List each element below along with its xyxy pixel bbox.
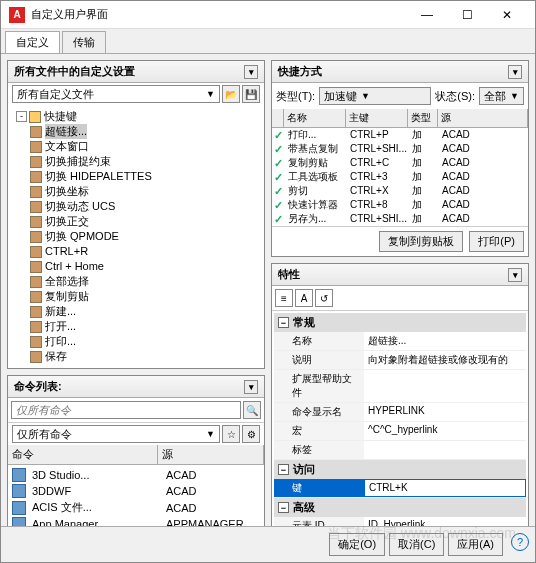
copy-clipboard-button[interactable]: 复制到剪贴板 — [379, 231, 463, 252]
close-button[interactable]: ✕ — [487, 1, 527, 29]
tree-item[interactable]: 切换 HIDEPALETTES — [12, 169, 260, 184]
command-icon — [30, 141, 42, 153]
shortcut-row[interactable]: ✓快速计算器CTRL+8加ACAD — [272, 198, 528, 212]
tree-item[interactable]: 全部选择 — [12, 274, 260, 289]
list-item[interactable]: 3DDWFACAD — [10, 483, 262, 499]
panel-collapse-button[interactable]: ▾ — [508, 268, 522, 282]
property-value[interactable]: 向对象附着超链接或修改现有的 — [364, 351, 526, 369]
tree-item[interactable]: Ctrl + Home — [12, 259, 260, 274]
type-dropdown[interactable]: 加速键▼ — [319, 87, 431, 105]
customization-file-dropdown[interactable]: 所有自定义文件 ▼ — [12, 85, 220, 103]
property-row[interactable]: 标签 — [274, 441, 526, 460]
minimize-button[interactable]: — — [407, 1, 447, 29]
command-icon — [30, 306, 42, 318]
col-name[interactable]: 名称 — [284, 109, 346, 127]
shortcut-row[interactable]: ✓复制剪贴CTRL+C加ACAD — [272, 156, 528, 170]
property-key: 扩展型帮助文件 — [274, 370, 364, 402]
property-row[interactable]: 扩展型帮助文件 — [274, 370, 526, 403]
tree-item[interactable]: 切换动态 UCS — [12, 199, 260, 214]
shortcut-row[interactable]: ✓带基点复制CTRL+SHI...加ACAD — [272, 142, 528, 156]
check-icon: ✓ — [274, 156, 286, 170]
tree-item[interactable]: 超链接... — [12, 124, 260, 139]
tree-item[interactable]: 保存 — [12, 349, 260, 364]
cancel-button[interactable]: 取消(C) — [389, 533, 444, 556]
tree-item[interactable]: 切换坐标 — [12, 184, 260, 199]
property-row[interactable]: 元素 IDID_Hyperlink — [274, 517, 526, 526]
tree-label: 切换捕捉约束 — [45, 154, 111, 169]
tree-item[interactable]: 复制剪贴 — [12, 289, 260, 304]
maximize-button[interactable]: ☐ — [447, 1, 487, 29]
property-value[interactable] — [364, 441, 526, 459]
search-icon[interactable]: 🔍 — [243, 401, 261, 419]
command-icon — [12, 501, 26, 515]
tree-item[interactable]: 新建... — [12, 304, 260, 319]
help-icon[interactable]: ? — [511, 533, 529, 551]
panel-collapse-button[interactable]: ▾ — [244, 65, 258, 79]
command-icon — [12, 517, 26, 526]
apply-button[interactable]: 应用(A) — [448, 533, 503, 556]
tree-label: 打印... — [45, 334, 76, 349]
property-row[interactable]: 命令显示名HYPERLINK — [274, 403, 526, 422]
panel-title-shortcuts: 快捷方式 — [278, 64, 322, 79]
property-key: 标签 — [274, 441, 364, 459]
tree-item[interactable]: 切换正交 — [12, 214, 260, 229]
property-value[interactable]: ID_Hyperlink — [364, 517, 526, 526]
shortcut-row[interactable]: ✓打印...CTRL+P加ACAD — [272, 128, 528, 142]
col-type[interactable]: 类型 — [408, 109, 438, 127]
property-row[interactable]: 键CTRL+K — [274, 479, 526, 498]
tree-item[interactable]: -快捷键 — [12, 109, 260, 124]
tree-item[interactable]: 文本窗口 — [12, 139, 260, 154]
tree-item[interactable]: CTRL+R — [12, 244, 260, 259]
col-command[interactable]: 命令 — [8, 445, 158, 464]
expand-icon[interactable]: - — [16, 111, 27, 122]
shortcut-row[interactable]: ✓剪切CTRL+X加ACAD — [272, 184, 528, 198]
property-row[interactable]: 说明向对象附着超链接或修改现有的 — [274, 351, 526, 370]
print-button[interactable]: 打印(P) — [469, 231, 524, 252]
command-filter-dropdown[interactable]: 仅所有命令 ▼ — [12, 425, 220, 443]
tree-label: CTRL+R — [45, 244, 88, 259]
property-value[interactable]: HYPERLINK — [364, 403, 526, 421]
alphabetical-icon[interactable]: A — [295, 289, 313, 307]
property-value[interactable]: 超链接... — [364, 332, 526, 350]
tree-label: 打开... — [45, 319, 76, 334]
tree-item[interactable]: 切换 QPMODE — [12, 229, 260, 244]
categorized-icon[interactable]: ≡ — [275, 289, 293, 307]
shortcut-row[interactable]: ✓工具选项板CTRL+3加ACAD — [272, 170, 528, 184]
category-general[interactable]: −常规 — [274, 313, 526, 332]
property-row[interactable]: 宏^C^C_hyperlink — [274, 422, 526, 441]
save-file-icon[interactable]: 💾 — [242, 85, 260, 103]
tree-item[interactable]: 切换捕捉约束 — [12, 154, 260, 169]
list-item[interactable]: App ManagerAPPMANAGER — [10, 516, 262, 526]
col-source[interactable]: 源 — [158, 445, 264, 464]
category-access[interactable]: −访问 — [274, 460, 526, 479]
property-value[interactable] — [364, 370, 526, 402]
property-row[interactable]: 名称超链接... — [274, 332, 526, 351]
panel-collapse-button[interactable]: ▾ — [508, 65, 522, 79]
ok-button[interactable]: 确定(O) — [329, 533, 385, 556]
property-value[interactable]: CTRL+K — [364, 479, 526, 497]
tree-item[interactable]: 打开... — [12, 319, 260, 334]
new-command-icon[interactable]: ☆ — [222, 425, 240, 443]
reset-icon[interactable]: ↺ — [315, 289, 333, 307]
tree-item[interactable]: 打印... — [12, 334, 260, 349]
shortcut-row[interactable]: ✓另存为...CTRL+SHI...加ACAD — [272, 212, 528, 226]
tree-label: 切换正交 — [45, 214, 89, 229]
tree-label: 保存 — [45, 349, 67, 364]
open-file-icon[interactable]: 📂 — [222, 85, 240, 103]
panel-collapse-button[interactable]: ▾ — [244, 380, 258, 394]
check-icon: ✓ — [274, 184, 286, 198]
list-item[interactable]: 3D Studio...ACAD — [10, 467, 262, 483]
status-dropdown[interactable]: 全部▼ — [479, 87, 524, 105]
col-key[interactable]: 主键 — [346, 109, 408, 127]
command-search-input[interactable] — [11, 401, 241, 419]
tree-label: 超链接... — [45, 124, 87, 139]
check-icon: ✓ — [274, 128, 286, 142]
tab-transfer[interactable]: 传输 — [62, 31, 106, 53]
col-src[interactable]: 源 — [438, 109, 528, 127]
category-advanced[interactable]: −高级 — [274, 498, 526, 517]
find-command-icon[interactable]: ⚙ — [242, 425, 260, 443]
command-icon — [30, 126, 42, 138]
property-value[interactable]: ^C^C_hyperlink — [364, 422, 526, 440]
tab-customize[interactable]: 自定义 — [5, 31, 60, 53]
list-item[interactable]: ACIS 文件...ACAD — [10, 499, 262, 516]
